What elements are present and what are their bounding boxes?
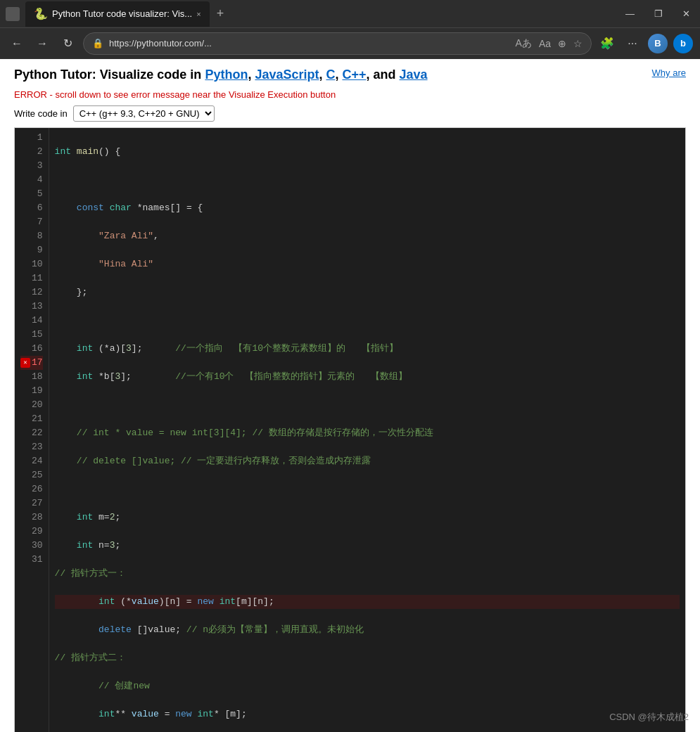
favorites-button[interactable]: ☆ [573, 38, 583, 49]
code-line-18: delete []value; // n必须为【常量】，调用直观。未初始化 [55, 623, 680, 637]
title-bar-left [6, 7, 20, 21]
write-code-label: Write code in [14, 108, 68, 119]
error-message: ERROR - scroll down to see error message… [14, 89, 686, 100]
watermark: CSDN @待木成植2 [609, 711, 689, 724]
profile-initial: B [654, 38, 661, 49]
toolbar-icons: 🧩 ··· B b [597, 34, 693, 53]
code-line-1: int main() { [55, 145, 680, 159]
code-line-5: "Hina Ali" [55, 257, 680, 271]
code-lines[interactable]: int main() { const char *names[] = { "Za… [49, 128, 685, 732]
back-button[interactable]: ← [7, 34, 27, 53]
restore-button[interactable]: ❐ [650, 7, 667, 20]
sidebar-toggle[interactable] [6, 7, 20, 21]
code-line-13 [55, 482, 680, 496]
code-line-21: int** value = new int* [m]; [55, 707, 680, 721]
window-close-button[interactable]: ✕ [678, 7, 694, 20]
code-line-2 [55, 173, 680, 187]
java-link[interactable]: Java [400, 68, 428, 82]
new-tab-button[interactable]: + [212, 6, 229, 21]
code-line-9: int *b[3]; //一个有10个 【指向整数的指针】元素的 【数组】 [55, 370, 680, 384]
page-title-prefix: Python Tutor: Visualize code in [14, 68, 205, 82]
lock-icon: 🔒 [92, 38, 103, 49]
code-line-3: const char *names[] = { [55, 201, 680, 215]
why-are-link[interactable]: Why are [652, 68, 686, 78]
url-bar[interactable]: 🔒 https://pythontutor.com/... Aあ Aa ⊕ ☆ [83, 32, 592, 55]
tab-title: Python Tutor code visualizer: Vis... [52, 8, 192, 19]
zoom-button[interactable]: ⊕ [558, 38, 566, 49]
tab-area: 🐍 Python Tutor code visualizer: Vis... ×… [25, 1, 616, 27]
code-line-12: // delete []value; // 一定要进行内存释放，否则会造成内存泄… [55, 454, 680, 468]
code-line-19: // 指针方式二： [55, 651, 680, 665]
url-text: https://pythontutor.com/... [109, 38, 510, 49]
code-line-20: // 创建new [55, 679, 680, 693]
extensions-icon[interactable]: 🧩 [597, 34, 617, 53]
bing-icon[interactable]: b [673, 34, 693, 53]
translate-button[interactable]: Aあ [516, 37, 532, 50]
profile-avatar[interactable]: B [648, 34, 668, 53]
write-code-row: Write code in C++ (g++ 9.3, C++20 + GNU)… [14, 105, 686, 122]
line-numbers: 12345 678910 1112131415 16 ✕17 181920 21… [15, 128, 49, 732]
tab-favicon: 🐍 [34, 7, 48, 20]
cpp-link[interactable]: C++ [342, 68, 366, 82]
more-icon[interactable]: ··· [623, 34, 642, 53]
address-bar: ← → ↻ 🔒 https://pythontutor.com/... Aあ A… [0, 28, 700, 59]
code-line-8: int (*a)[3]; //一个指向 【有10个整数元素数组】的 【指针】 [55, 342, 680, 356]
language-select[interactable]: C++ (g++ 9.3, C++20 + GNU) Python 3.6 Py… [73, 105, 215, 122]
javascript-link[interactable]: JavaScript [255, 68, 319, 82]
python-link[interactable]: Python [205, 68, 248, 82]
code-editor[interactable]: 12345 678910 1112131415 16 ✕17 181920 21… [15, 128, 685, 732]
forward-button[interactable]: → [32, 34, 52, 53]
minimize-button[interactable]: — [621, 7, 639, 20]
c-link[interactable]: C [326, 68, 335, 82]
refresh-button[interactable]: ↻ [58, 34, 77, 53]
code-line-17: int (*value)[n] = new int[m][n]; [55, 595, 680, 609]
page-title: Python Tutor: Visualize code in Python, … [14, 68, 686, 82]
code-editor-container: 12345 678910 1112131415 16 ✕17 181920 21… [14, 127, 686, 732]
title-bar: 🐍 Python Tutor code visualizer: Vis... ×… [0, 0, 700, 28]
url-actions: Aあ Aa ⊕ ☆ [516, 37, 583, 50]
code-line-7 [55, 314, 680, 328]
code-line-14: int m=2; [55, 511, 680, 525]
page-content: Why are Python Tutor: Visualize code in … [0, 59, 700, 732]
code-line-6: }; [55, 285, 680, 300]
read-aloud-button[interactable]: Aa [539, 38, 551, 49]
code-line-10 [55, 398, 680, 412]
tab-close-button[interactable]: × [196, 10, 201, 18]
window-controls: — ❐ ✕ [621, 7, 694, 20]
code-line-4: "Zara Ali", [55, 229, 680, 243]
code-line-15: int n=3; [55, 539, 680, 553]
code-line-11: // int * value = new int[3][4]; // 数组的存储… [55, 426, 680, 440]
active-tab[interactable]: 🐍 Python Tutor code visualizer: Vis... × [25, 1, 210, 27]
code-line-16: // 指针方式一： [55, 567, 680, 581]
